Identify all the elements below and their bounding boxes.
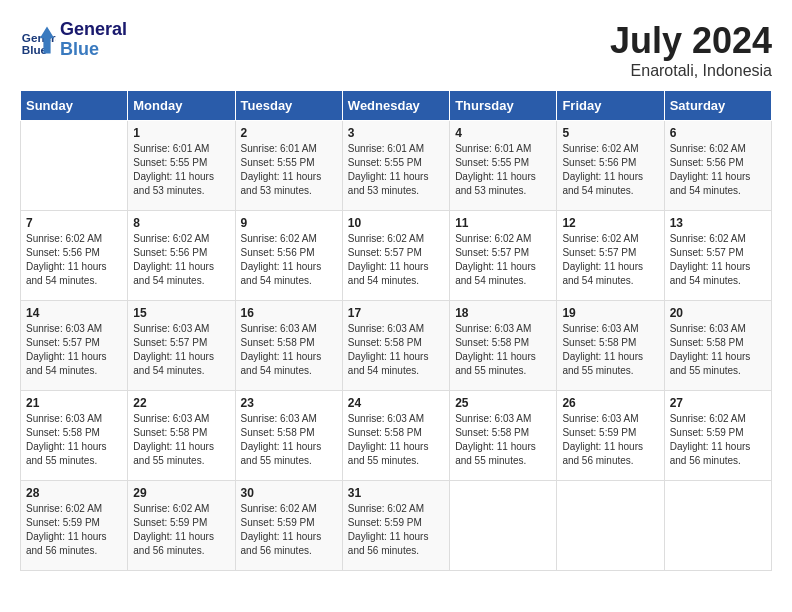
day-number: 22 — [133, 396, 229, 410]
calendar-cell: 6Sunrise: 6:02 AM Sunset: 5:56 PM Daylig… — [664, 121, 771, 211]
calendar-body: 1Sunrise: 6:01 AM Sunset: 5:55 PM Daylig… — [21, 121, 772, 571]
day-info: Sunrise: 6:03 AM Sunset: 5:58 PM Dayligh… — [241, 322, 337, 378]
calendar-cell: 18Sunrise: 6:03 AM Sunset: 5:58 PM Dayli… — [450, 301, 557, 391]
calendar-cell: 23Sunrise: 6:03 AM Sunset: 5:58 PM Dayli… — [235, 391, 342, 481]
calendar-cell: 27Sunrise: 6:02 AM Sunset: 5:59 PM Dayli… — [664, 391, 771, 481]
calendar-cell: 24Sunrise: 6:03 AM Sunset: 5:58 PM Dayli… — [342, 391, 449, 481]
day-info: Sunrise: 6:03 AM Sunset: 5:58 PM Dayligh… — [455, 412, 551, 468]
calendar-cell — [450, 481, 557, 571]
calendar-cell: 5Sunrise: 6:02 AM Sunset: 5:56 PM Daylig… — [557, 121, 664, 211]
day-number: 21 — [26, 396, 122, 410]
day-info: Sunrise: 6:02 AM Sunset: 5:57 PM Dayligh… — [562, 232, 658, 288]
day-info: Sunrise: 6:02 AM Sunset: 5:56 PM Dayligh… — [670, 142, 766, 198]
calendar-cell: 29Sunrise: 6:02 AM Sunset: 5:59 PM Dayli… — [128, 481, 235, 571]
calendar-week-row: 14Sunrise: 6:03 AM Sunset: 5:57 PM Dayli… — [21, 301, 772, 391]
day-info: Sunrise: 6:02 AM Sunset: 5:59 PM Dayligh… — [26, 502, 122, 558]
calendar-week-row: 7Sunrise: 6:02 AM Sunset: 5:56 PM Daylig… — [21, 211, 772, 301]
header-friday: Friday — [557, 91, 664, 121]
calendar-cell: 4Sunrise: 6:01 AM Sunset: 5:55 PM Daylig… — [450, 121, 557, 211]
page-header: General Blue General Blue July 2024 Enar… — [20, 20, 772, 80]
day-info: Sunrise: 6:01 AM Sunset: 5:55 PM Dayligh… — [348, 142, 444, 198]
calendar-cell: 19Sunrise: 6:03 AM Sunset: 5:58 PM Dayli… — [557, 301, 664, 391]
header-sunday: Sunday — [21, 91, 128, 121]
day-info: Sunrise: 6:01 AM Sunset: 5:55 PM Dayligh… — [455, 142, 551, 198]
day-info: Sunrise: 6:03 AM Sunset: 5:58 PM Dayligh… — [670, 322, 766, 378]
day-info: Sunrise: 6:03 AM Sunset: 5:57 PM Dayligh… — [26, 322, 122, 378]
header-monday: Monday — [128, 91, 235, 121]
title-block: July 2024 Enarotali, Indonesia — [610, 20, 772, 80]
calendar-cell: 26Sunrise: 6:03 AM Sunset: 5:59 PM Dayli… — [557, 391, 664, 481]
calendar-cell: 12Sunrise: 6:02 AM Sunset: 5:57 PM Dayli… — [557, 211, 664, 301]
calendar-cell: 30Sunrise: 6:02 AM Sunset: 5:59 PM Dayli… — [235, 481, 342, 571]
day-number: 24 — [348, 396, 444, 410]
day-number: 2 — [241, 126, 337, 140]
day-number: 5 — [562, 126, 658, 140]
header-saturday: Saturday — [664, 91, 771, 121]
logo: General Blue General Blue — [20, 20, 127, 60]
day-info: Sunrise: 6:02 AM Sunset: 5:56 PM Dayligh… — [26, 232, 122, 288]
day-number: 27 — [670, 396, 766, 410]
day-number: 6 — [670, 126, 766, 140]
day-info: Sunrise: 6:02 AM Sunset: 5:56 PM Dayligh… — [562, 142, 658, 198]
day-info: Sunrise: 6:03 AM Sunset: 5:58 PM Dayligh… — [348, 412, 444, 468]
calendar-cell: 15Sunrise: 6:03 AM Sunset: 5:57 PM Dayli… — [128, 301, 235, 391]
month-year: July 2024 — [610, 20, 772, 62]
day-info: Sunrise: 6:02 AM Sunset: 5:57 PM Dayligh… — [670, 232, 766, 288]
calendar-cell: 20Sunrise: 6:03 AM Sunset: 5:58 PM Dayli… — [664, 301, 771, 391]
day-number: 14 — [26, 306, 122, 320]
day-info: Sunrise: 6:03 AM Sunset: 5:58 PM Dayligh… — [348, 322, 444, 378]
day-number: 9 — [241, 216, 337, 230]
day-number: 12 — [562, 216, 658, 230]
day-number: 15 — [133, 306, 229, 320]
calendar-cell: 3Sunrise: 6:01 AM Sunset: 5:55 PM Daylig… — [342, 121, 449, 211]
day-number: 13 — [670, 216, 766, 230]
header-wednesday: Wednesday — [342, 91, 449, 121]
calendar-cell: 21Sunrise: 6:03 AM Sunset: 5:58 PM Dayli… — [21, 391, 128, 481]
calendar-cell — [557, 481, 664, 571]
day-number: 25 — [455, 396, 551, 410]
day-number: 28 — [26, 486, 122, 500]
day-info: Sunrise: 6:03 AM Sunset: 5:58 PM Dayligh… — [133, 412, 229, 468]
calendar-week-row: 21Sunrise: 6:03 AM Sunset: 5:58 PM Dayli… — [21, 391, 772, 481]
day-number: 30 — [241, 486, 337, 500]
day-info: Sunrise: 6:02 AM Sunset: 5:57 PM Dayligh… — [455, 232, 551, 288]
day-number: 18 — [455, 306, 551, 320]
calendar-cell: 17Sunrise: 6:03 AM Sunset: 5:58 PM Dayli… — [342, 301, 449, 391]
day-info: Sunrise: 6:02 AM Sunset: 5:56 PM Dayligh… — [241, 232, 337, 288]
day-number: 10 — [348, 216, 444, 230]
day-number: 4 — [455, 126, 551, 140]
calendar-cell: 8Sunrise: 6:02 AM Sunset: 5:56 PM Daylig… — [128, 211, 235, 301]
calendar-table: Sunday Monday Tuesday Wednesday Thursday… — [20, 90, 772, 571]
day-info: Sunrise: 6:02 AM Sunset: 5:59 PM Dayligh… — [670, 412, 766, 468]
calendar-cell: 2Sunrise: 6:01 AM Sunset: 5:55 PM Daylig… — [235, 121, 342, 211]
logo-text-line1: General — [60, 20, 127, 40]
calendar-cell — [664, 481, 771, 571]
calendar-cell: 28Sunrise: 6:02 AM Sunset: 5:59 PM Dayli… — [21, 481, 128, 571]
day-number: 23 — [241, 396, 337, 410]
day-info: Sunrise: 6:03 AM Sunset: 5:59 PM Dayligh… — [562, 412, 658, 468]
day-info: Sunrise: 6:03 AM Sunset: 5:58 PM Dayligh… — [26, 412, 122, 468]
calendar-cell: 11Sunrise: 6:02 AM Sunset: 5:57 PM Dayli… — [450, 211, 557, 301]
calendar-cell: 31Sunrise: 6:02 AM Sunset: 5:59 PM Dayli… — [342, 481, 449, 571]
calendar-cell: 13Sunrise: 6:02 AM Sunset: 5:57 PM Dayli… — [664, 211, 771, 301]
day-number: 20 — [670, 306, 766, 320]
day-info: Sunrise: 6:02 AM Sunset: 5:59 PM Dayligh… — [348, 502, 444, 558]
day-info: Sunrise: 6:03 AM Sunset: 5:58 PM Dayligh… — [455, 322, 551, 378]
calendar-cell: 16Sunrise: 6:03 AM Sunset: 5:58 PM Dayli… — [235, 301, 342, 391]
calendar-cell: 9Sunrise: 6:02 AM Sunset: 5:56 PM Daylig… — [235, 211, 342, 301]
day-number: 19 — [562, 306, 658, 320]
calendar-cell: 14Sunrise: 6:03 AM Sunset: 5:57 PM Dayli… — [21, 301, 128, 391]
header-tuesday: Tuesday — [235, 91, 342, 121]
day-number: 29 — [133, 486, 229, 500]
day-number: 17 — [348, 306, 444, 320]
logo-icon: General Blue — [20, 22, 56, 58]
day-number: 8 — [133, 216, 229, 230]
day-info: Sunrise: 6:03 AM Sunset: 5:58 PM Dayligh… — [562, 322, 658, 378]
day-info: Sunrise: 6:02 AM Sunset: 5:56 PM Dayligh… — [133, 232, 229, 288]
calendar-cell — [21, 121, 128, 211]
calendar-header: Sunday Monday Tuesday Wednesday Thursday… — [21, 91, 772, 121]
logo-text-line2: Blue — [60, 40, 127, 60]
day-number: 1 — [133, 126, 229, 140]
day-info: Sunrise: 6:02 AM Sunset: 5:59 PM Dayligh… — [241, 502, 337, 558]
day-info: Sunrise: 6:01 AM Sunset: 5:55 PM Dayligh… — [241, 142, 337, 198]
